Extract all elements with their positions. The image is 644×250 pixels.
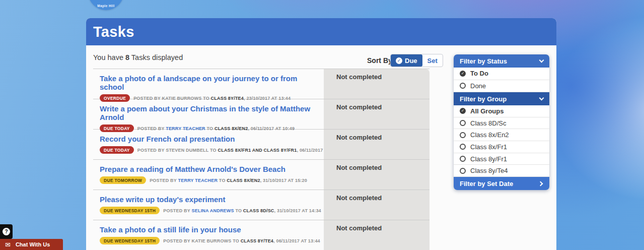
task-meta: DUE WEDNESDAY 15TH POSTED BY SELINA ANDR… — [100, 207, 317, 214]
due-badge: DUE TODAY — [100, 146, 134, 154]
task-details: Prepare a reading of Matthew Arnold's Do… — [93, 160, 324, 190]
filter-status-todo[interactable]: ✓ To Do — [454, 68, 549, 80]
filter-status-done[interactable]: ✓ Done — [454, 80, 549, 93]
radio-icon: ✓ — [460, 83, 466, 89]
due-badge: DUE WEDNESDAY 15TH — [100, 237, 160, 244]
chevron-down-icon — [539, 57, 544, 62]
summary-prefix: You have — [93, 53, 123, 61]
poster-name: STEVEN DUMBELL — [166, 148, 208, 153]
filter-group-8d-sc[interactable]: ✓ Class 8D/Sc — [454, 117, 549, 130]
filter-status-title: Filter by Status — [460, 57, 507, 65]
task-status: Not completed — [324, 130, 430, 159]
radio-icon: ✓ — [460, 132, 466, 138]
task-meta: DUE WEDNESDAY 15TH POSTED BY KATIE BURRO… — [100, 237, 317, 244]
task-title-link[interactable]: Prepare a reading of Matthew Arnold's Do… — [100, 165, 285, 173]
filter-option-label: Done — [470, 82, 486, 90]
radio-icon: ✓ — [460, 156, 466, 162]
radio-icon: ✓ — [460, 120, 466, 126]
radio-checked-icon: ✓ — [460, 71, 466, 77]
filter-group-8y-fr1[interactable]: ✓ Class 8y/Fr1 — [454, 153, 549, 165]
chevron-right-icon — [538, 181, 543, 186]
posted-by-line: POSTED BY STEVEN DUMBELL TO CLASS 8X/FR1… — [137, 148, 343, 153]
filter-option-label: To Do — [470, 70, 488, 77]
task-details: Record your French oral presentation DUE… — [93, 130, 324, 159]
page-title: Tasks — [93, 24, 134, 40]
task-list: Take a photo of a landscape on your jour… — [93, 69, 430, 250]
task-row: Please write up today's experiment DUE W… — [93, 190, 430, 220]
task-meta: DUE TOMORROW POSTED BY TERRY TEACHER TO … — [100, 176, 317, 184]
posted-by-line: POSTED BY SELINA ANDREWS TO CLASS 8D/SC,… — [163, 208, 321, 213]
chat-with-us-button[interactable]: ✉ Chat With Us — [0, 239, 63, 250]
poster-name: KATIE BURROWS — [192, 238, 232, 243]
task-status: Not completed — [324, 190, 430, 220]
posted-by-line: POSTED BY KATIE BURROWS TO CLASS 8Y/TE4,… — [163, 238, 320, 243]
task-status: Not completed — [324, 99, 430, 129]
task-meta: DUE TODAY POSTED BY STEVEN DUMBELL TO CL… — [100, 146, 317, 154]
accessibility-widget-button[interactable]: ? — [0, 224, 13, 239]
task-details: Take a photo of a landscape on your jour… — [93, 69, 324, 99]
filter-option-label: Class 8D/Sc — [470, 119, 507, 127]
filter-group-8x-en2[interactable]: ✓ Class 8x/En2 — [454, 129, 549, 141]
filter-option-label: Class 8x/Fr1 — [470, 143, 507, 151]
task-title-link[interactable]: Record your French oral presentation — [100, 135, 235, 143]
filter-sidebar: Filter by Status ✓ To Do ✓ Done Filter b… — [454, 54, 549, 190]
task-row: Write a poem about your Christmas in the… — [93, 99, 430, 129]
task-details: Please write up today's experiment DUE W… — [93, 190, 324, 220]
task-title-link[interactable]: Take a photo of a still life in your hou… — [100, 225, 241, 234]
poster-name[interactable]: SELINA ANDREWS — [192, 208, 234, 213]
posted-by-line: POSTED BY TERRY TEACHER TO CLASS 8X/EN2,… — [150, 178, 307, 183]
due-badge: DUE TOMORROW — [100, 176, 146, 184]
task-row: Take a photo of a still life in your hou… — [93, 220, 430, 250]
radio-icon: ✓ — [460, 144, 466, 150]
sort-due-button[interactable]: ✓ Due — [391, 54, 422, 67]
summary-suffix: Tasks displayed — [131, 53, 183, 61]
task-details: Write a poem about your Christmas in the… — [93, 99, 324, 129]
filter-by-group-header[interactable]: Filter by Group — [454, 92, 549, 105]
filter-set-date-title: Filter by Set Date — [460, 180, 513, 188]
check-circle-icon: ✓ — [396, 57, 402, 64]
filter-group-8y-te4[interactable]: ✓ Class 8y/Te4 — [454, 165, 549, 177]
class-name: CLASS 8D/SC — [243, 208, 274, 213]
chat-label: Chat With Us — [16, 241, 50, 247]
task-row: Take a photo of a landscape on your jour… — [93, 69, 430, 99]
sort-set-button[interactable]: Set — [422, 54, 443, 67]
filter-group-all[interactable]: ✓ All Groups — [454, 105, 549, 117]
sort-set-label: Set — [427, 57, 438, 65]
task-title-link[interactable]: Write a poem about your Christmas in the… — [100, 104, 317, 121]
posted-datetime: , 31/10/2017 AT 14:34 — [274, 208, 321, 213]
poster-name[interactable]: TERRY TEACHER — [178, 178, 218, 183]
tasks-header: Tasks — [86, 18, 556, 45]
task-status: Not completed — [324, 69, 430, 99]
task-row: Prepare a reading of Matthew Arnold's Do… — [93, 159, 430, 190]
chevron-down-icon — [539, 95, 544, 100]
task-status: Not completed — [324, 220, 430, 250]
task-title-link[interactable]: Take a photo of a landscape on your jour… — [100, 74, 317, 91]
tasks-count: 8 — [125, 53, 129, 61]
tasks-summary: You have 8 Tasks displayed — [93, 53, 183, 61]
task-title-link[interactable]: Please write up today's experiment — [100, 195, 226, 204]
due-badge: DUE WEDNESDAY 15TH — [100, 207, 160, 214]
filter-group-8x-fr1[interactable]: ✓ Class 8x/Fr1 — [454, 141, 549, 153]
filter-by-set-date-header[interactable]: Filter by Set Date — [454, 177, 549, 190]
posted-datetime: , 06/11/2017 AT 13:44 — [273, 238, 320, 243]
posted-datetime: , 31/10/2017 AT 15:20 — [260, 178, 307, 183]
class-name: CLASS 8Y/TE4 — [241, 238, 273, 243]
filter-by-status-header[interactable]: Filter by Status — [454, 54, 549, 68]
filter-group-title: Filter by Group — [460, 95, 507, 103]
class-name: CLASS 8X/FR1 AND CLASS 8Y/FR1 — [218, 148, 297, 153]
task-status: Not completed — [324, 160, 430, 190]
sort-toggle: ✓ Due Set — [390, 54, 443, 67]
task-details: Take a photo of a still life in your hou… — [93, 220, 324, 250]
class-name: CLASS 8X/EN2 — [227, 178, 260, 183]
filter-option-label: Class 8y/Fr1 — [470, 155, 507, 163]
radio-icon: ✓ — [460, 168, 466, 174]
school-logo[interactable]: Maple Hill — [88, 0, 124, 10]
filter-option-label: All Groups — [470, 107, 504, 115]
task-row: Record your French oral presentation DUE… — [93, 129, 430, 159]
filter-option-label: Class 8x/En2 — [470, 131, 509, 139]
question-mark-icon: ? — [3, 228, 10, 235]
radio-checked-icon: ✓ — [460, 108, 466, 114]
school-name-label: Maple Hill — [97, 4, 114, 8]
sort-due-label: Due — [405, 57, 417, 65]
filter-option-label: Class 8y/Te4 — [470, 167, 508, 174]
